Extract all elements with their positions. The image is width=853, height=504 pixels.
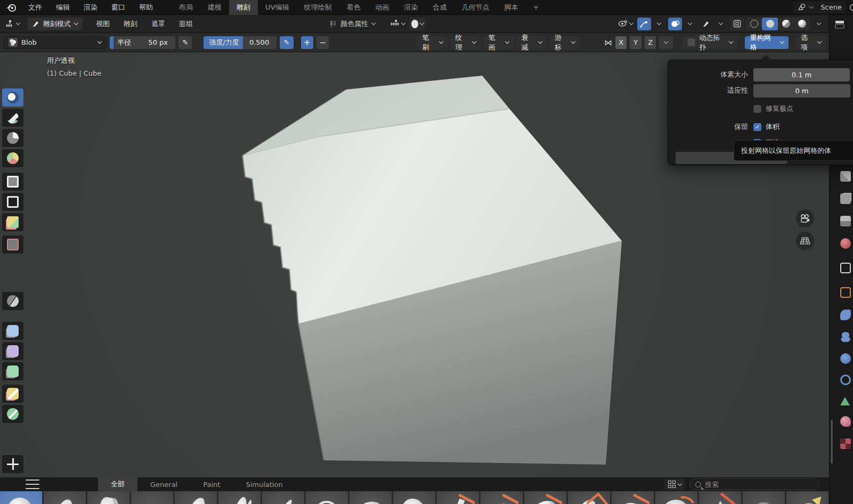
brush-asset-inflate[interactable] xyxy=(350,491,392,504)
symmetry-dropdown[interactable] xyxy=(659,36,673,49)
shading-rendered-button[interactable] xyxy=(794,18,810,30)
brush-selector[interactable]: Blob xyxy=(3,36,107,49)
falloff-shape-dropdown[interactable] xyxy=(409,18,426,30)
annotation-tool[interactable] xyxy=(699,18,713,30)
popover-texture[interactable]: 纹理 xyxy=(451,36,481,49)
tool-paint-brush[interactable] xyxy=(2,109,23,127)
menu-render[interactable]: 渲染 xyxy=(77,0,104,15)
workspace-tab-animation[interactable]: 动画 xyxy=(368,0,396,15)
tab-view-layer[interactable] xyxy=(840,214,853,228)
menu-help[interactable]: 帮助 xyxy=(132,0,160,15)
strength-slider[interactable]: 强度/力度 0.500 xyxy=(204,36,277,49)
tool-draw-brush[interactable] xyxy=(2,88,23,107)
shelf-display-mode-button[interactable] xyxy=(664,478,685,490)
brush-asset-pose[interactable] xyxy=(743,491,785,504)
tool-mask-brush[interactable] xyxy=(2,129,23,147)
workspace-tab-geometry-nodes[interactable]: 几何节点 xyxy=(454,0,497,15)
tool-cloth-filter[interactable] xyxy=(2,342,23,360)
tool-box-face-set[interactable] xyxy=(2,213,23,231)
tool-edit-face-set[interactable] xyxy=(2,385,23,403)
shading-wireframe-button[interactable] xyxy=(746,18,762,30)
popover-cursor[interactable]: 游标 xyxy=(550,36,580,49)
proportional-edit-dropdown[interactable] xyxy=(388,18,407,30)
asset-shelf-menu-button[interactable] xyxy=(26,479,39,489)
shelf-tab-simulation[interactable]: Simulation xyxy=(233,477,295,491)
color-attribute-dropdown[interactable]: 颜色属性 xyxy=(328,18,377,30)
tab-physics[interactable] xyxy=(840,352,853,365)
workspace-tab-layout[interactable]: 布局 xyxy=(172,0,200,15)
symmetry-y-button[interactable]: Y xyxy=(630,36,641,49)
tab-tool[interactable] xyxy=(840,169,853,183)
menu-view[interactable]: 视图 xyxy=(90,15,116,33)
remesh-dropdown[interactable]: 重构网格 xyxy=(745,36,789,49)
brush-asset-pinch[interactable] xyxy=(699,491,741,504)
menu-edit[interactable]: 编辑 xyxy=(49,0,77,15)
dyntopo-checkbox[interactable] xyxy=(687,38,695,46)
tab-particles[interactable] xyxy=(840,330,853,344)
voxel-size-field[interactable]: 0.1 m xyxy=(753,68,850,82)
fix-poles-checkbox[interactable] xyxy=(753,105,761,113)
gizmos-dropdown[interactable] xyxy=(652,18,666,30)
workspace-tab-modeling[interactable]: 建模 xyxy=(200,0,229,15)
menu-window[interactable]: 窗口 xyxy=(104,0,132,15)
tool-line-project[interactable] xyxy=(2,292,23,310)
workspace-tab-uv[interactable]: UV编辑 xyxy=(258,0,296,15)
tool-box-hide[interactable] xyxy=(2,193,23,211)
brush-asset-scrape[interactable] xyxy=(524,491,566,504)
toggle-grid-button[interactable] xyxy=(796,232,814,250)
tab-object-data[interactable] xyxy=(840,394,853,408)
radius-pressure-button[interactable]: ✎ xyxy=(178,36,192,49)
workspace-tab-compositing[interactable]: 合成 xyxy=(425,0,454,15)
add-workspace-button[interactable]: + xyxy=(525,0,546,15)
adaptivity-field[interactable]: 0 m xyxy=(753,84,850,97)
xray-toggle[interactable] xyxy=(730,18,744,30)
menu-face-sets[interactable]: 面组 xyxy=(173,15,199,33)
scrollbar[interactable] xyxy=(831,420,833,464)
shelf-tab-general[interactable]: General xyxy=(137,477,190,491)
brush-asset-draw[interactable] xyxy=(44,491,86,504)
brush-asset-draw-sharp[interactable] xyxy=(87,491,129,504)
tab-modifiers[interactable] xyxy=(840,308,853,322)
brush-asset-clay-spray[interactable] xyxy=(612,491,654,504)
editor-type-dropdown[interactable] xyxy=(3,18,22,30)
brush-asset-crease[interactable] xyxy=(218,491,261,504)
shading-dropdown[interactable] xyxy=(812,18,826,30)
shelf-tab-all[interactable]: 全部 xyxy=(98,477,137,491)
brush-asset-fill[interactable] xyxy=(568,491,610,504)
tab-output[interactable] xyxy=(840,261,853,275)
view-layer-icon[interactable] xyxy=(849,3,853,11)
popover-brush[interactable]: 笔刷 xyxy=(417,36,447,49)
visibility-dropdown[interactable] xyxy=(616,18,635,30)
tool-face-sets-brush[interactable] xyxy=(2,149,23,167)
camera-view-button[interactable] xyxy=(796,209,814,227)
tool-mask-by-color[interactable] xyxy=(2,405,23,423)
dyntopo-group[interactable]: 动态拓扑 xyxy=(683,36,737,49)
symmetry-z-button[interactable]: Z xyxy=(645,36,656,49)
tab-render[interactable] xyxy=(840,192,853,206)
scene-selector[interactable]: Scene xyxy=(793,2,846,13)
brush-asset-clay-strips[interactable] xyxy=(175,491,217,504)
overlays-toggle[interactable] xyxy=(668,18,682,30)
brush-asset-multiplane-scrape[interactable] xyxy=(437,491,479,504)
strength-subtract-button[interactable]: − xyxy=(316,36,329,49)
shelf-search-box[interactable] xyxy=(689,478,819,490)
gizmos-toggle[interactable] xyxy=(637,18,651,30)
brush-asset-flatten[interactable] xyxy=(481,491,523,504)
shading-material-button[interactable] xyxy=(778,18,794,30)
tool-mesh-filter[interactable] xyxy=(2,322,23,340)
brush-asset-clay[interactable] xyxy=(131,491,173,504)
tool-color-filter[interactable] xyxy=(2,362,23,380)
strength-pressure-button[interactable]: ✎ xyxy=(280,36,293,49)
tool-box-mask[interactable] xyxy=(2,173,23,191)
shelf-tab-paint[interactable]: Paint xyxy=(190,477,233,491)
menu-mask[interactable]: 遮罩 xyxy=(145,15,171,33)
strength-add-button[interactable]: + xyxy=(301,36,313,49)
preserve-volume-checkbox[interactable] xyxy=(753,123,761,131)
workspace-tab-shading[interactable]: 着色 xyxy=(339,0,368,15)
workspace-tab-texture-paint[interactable]: 纹理绘制 xyxy=(296,0,339,15)
workspace-tab-sculpting[interactable]: 雕刻 xyxy=(229,0,258,15)
workspace-tab-rendering[interactable]: 渲染 xyxy=(396,0,425,15)
tab-texture[interactable] xyxy=(840,437,853,451)
options-dropdown[interactable]: 选项 xyxy=(796,36,826,49)
tab-material[interactable] xyxy=(840,414,853,428)
